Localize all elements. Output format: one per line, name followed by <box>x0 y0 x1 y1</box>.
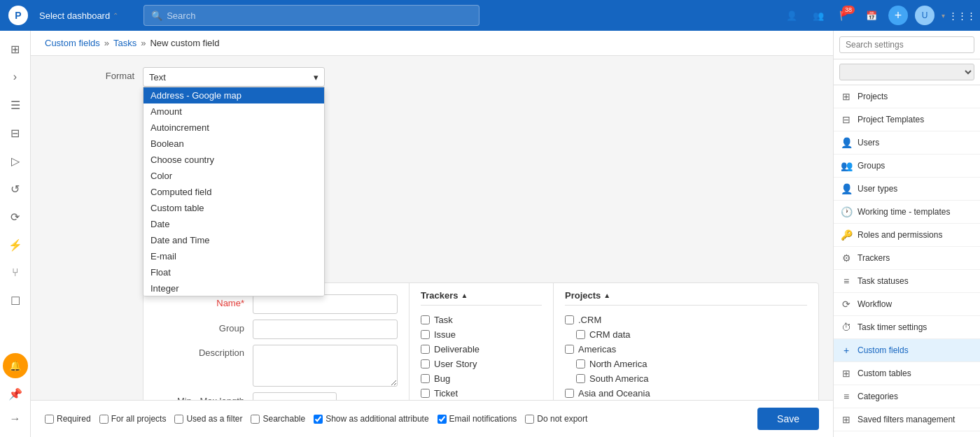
check-for-all-projects[interactable] <box>99 415 108 424</box>
content-area: Custom fields » Tasks » New custom field… <box>31 31 833 437</box>
tracker-checkbox-user-story[interactable] <box>421 359 430 368</box>
dropdown-item-address_google_map[interactable]: Address - Google map <box>144 87 324 103</box>
project-checkbox-crm-data[interactable] <box>576 330 585 339</box>
sidebar-arrow-right-icon[interactable]: → <box>3 406 28 431</box>
name-input[interactable] <box>253 294 398 314</box>
save-button[interactable]: Save <box>757 408 819 430</box>
sidebar-expand-icon[interactable]: › <box>3 64 28 89</box>
dropdown-item-choose_country[interactable]: Choose country <box>144 152 324 168</box>
sidebar-home-icon[interactable]: ⊞ <box>3 36 28 62</box>
dropdown-item-integer[interactable]: Integer <box>144 280 324 296</box>
dropdown-item-date_and_time[interactable]: Date and Time <box>144 232 324 248</box>
group-label: Group <box>155 320 253 334</box>
right-nav-groups[interactable]: 👥Groups <box>834 155 980 178</box>
project-checkbox-south-america[interactable] <box>576 374 585 383</box>
right-nav-projects[interactable]: ⊞Projects <box>834 85 980 108</box>
min-input[interactable] <box>253 392 337 400</box>
projects-header: Projects ▲ <box>565 290 807 306</box>
right-nav-task-statuses[interactable]: ≡Task statuses <box>834 270 980 293</box>
right-nav-user-types[interactable]: 👤User types <box>834 178 980 201</box>
breadcrumb-tasks[interactable]: Tasks <box>113 38 136 48</box>
bottom-check-do-not-export: Do not export <box>525 414 587 424</box>
dropdown-item-email[interactable]: E-mail <box>144 248 324 264</box>
right-sidebar: ⊞Projects⊟Project Templates👤Users👥Groups… <box>833 31 980 437</box>
check-searchable[interactable] <box>251 415 260 424</box>
right-nav-trackers[interactable]: ⚙Trackers <box>834 247 980 270</box>
grid-icon[interactable]: ⋮⋮⋮ <box>952 6 972 25</box>
right-nav-task-timer-settings[interactable]: ⏱Task timer settings <box>834 316 980 339</box>
right-nav-default-filters[interactable]: ⊽Default filters <box>834 431 980 437</box>
tracker-checkbox-deliverable[interactable] <box>421 345 430 354</box>
check-required[interactable] <box>45 415 54 424</box>
breadcrumb-custom-fields[interactable]: Custom fields <box>45 38 100 48</box>
check-do-not-export[interactable] <box>525 415 534 424</box>
project-checkbox-.crm[interactable] <box>565 315 574 324</box>
sidebar-pin-icon[interactable]: 📌 <box>3 381 28 406</box>
right-nav-workflow[interactable]: ⟳Workflow <box>834 293 980 316</box>
flag-icon[interactable]: 🚩 38 <box>835 6 855 25</box>
user-icon[interactable]: 👤 <box>782 6 802 25</box>
sidebar-branch-icon[interactable]: ⑂ <box>3 260 28 285</box>
project-checkbox-americas[interactable] <box>565 345 574 354</box>
dropdown-item-computed_field[interactable]: Computed field <box>144 184 324 200</box>
tracker-checkbox-ticket[interactable] <box>421 389 430 398</box>
dropdown-item-color[interactable]: Color <box>144 168 324 184</box>
avatar-chevron-icon: ▾ <box>941 12 945 20</box>
check-used-as-a-filter[interactable] <box>174 415 183 424</box>
sidebar-list-icon[interactable]: ☰ <box>3 92 28 117</box>
dropdown-item-autoincrement[interactable]: Autoincrement <box>144 120 324 136</box>
nav-icon: ⚙ <box>841 252 852 264</box>
app-logo[interactable]: P <box>8 6 28 25</box>
sidebar-refresh-icon[interactable]: ↺ <box>3 176 28 201</box>
dropdown-item-custom_table[interactable]: Custom table <box>144 200 324 216</box>
calendar-icon[interactable]: 📅 <box>862 6 881 25</box>
right-nav-label: Project Templates <box>858 115 924 124</box>
dashboard-selector[interactable]: Select dashboard ⌃ <box>34 8 124 24</box>
right-nav-custom-tables[interactable]: ⊞Custom tables <box>834 362 980 385</box>
avatar[interactable]: U <box>915 6 934 25</box>
sidebar-box-icon[interactable]: ☐ <box>3 288 28 313</box>
right-nav-project-templates[interactable]: ⊟Project Templates <box>834 108 980 131</box>
group-input[interactable] <box>253 320 398 339</box>
sidebar-grid-icon[interactable]: ⊟ <box>3 120 28 145</box>
tracker-checkbox-issue[interactable] <box>421 330 430 339</box>
sidebar-bolt-icon[interactable]: ⚡ <box>3 232 28 257</box>
breadcrumb-sep1: » <box>104 38 109 48</box>
people-icon[interactable]: 👥 <box>808 6 828 25</box>
format-dropdown-list: Address - Google mapAmountAutoincrementB… <box>143 87 325 296</box>
right-sidebar-jump-container <box>834 59 980 85</box>
global-search[interactable]: 🔍 <box>144 5 479 26</box>
bottom-check-required: Required <box>45 414 91 424</box>
check-email-notifications[interactable] <box>438 415 447 424</box>
right-nav-working-time---templates[interactable]: 🕐Working time - templates <box>834 201 980 224</box>
navbar: P Select dashboard ⌃ 🔍 👤 👥 🚩 38 📅 + U ▾ … <box>0 0 980 31</box>
format-chevron-icon: ▾ <box>314 72 318 83</box>
right-nav-custom-fields[interactable]: +Custom fields <box>834 339 980 362</box>
form-area: Format Text ▾ Address - Google mapAmount… <box>31 56 833 400</box>
description-textarea[interactable] <box>253 345 398 387</box>
jump-to-setting-select[interactable] <box>839 64 974 80</box>
right-nav-roles-and-permissions[interactable]: 🔑Roles and permissions <box>834 224 980 247</box>
check-show-as-additional-attribute[interactable] <box>314 415 323 424</box>
dropdown-item-amount[interactable]: Amount <box>144 103 324 120</box>
format-select[interactable]: Text ▾ <box>143 67 325 87</box>
right-nav-saved-filters-management[interactable]: ⊞Saved filters management <box>834 408 980 431</box>
breadcrumb: Custom fields » Tasks » New custom field <box>31 31 833 56</box>
dropdown-item-date[interactable]: Date <box>144 216 324 232</box>
add-button[interactable]: + <box>888 6 908 25</box>
search-input[interactable] <box>167 10 472 21</box>
dropdown-item-float[interactable]: Float <box>144 264 324 280</box>
dropdown-item-boolean[interactable]: Boolean <box>144 136 324 152</box>
project-checkbox-north-america[interactable] <box>576 359 585 368</box>
sidebar-notification-icon[interactable]: 🔔 <box>3 353 28 378</box>
settings-search-input[interactable] <box>839 36 974 53</box>
right-nav-categories[interactable]: ≡Categories <box>834 385 980 408</box>
sidebar-nav-icon[interactable]: ▷ <box>3 148 28 173</box>
project-checkbox-asia-and-oceania[interactable] <box>565 389 574 398</box>
tracker-checkbox-bug[interactable] <box>421 374 430 383</box>
sidebar-refresh2-icon[interactable]: ⟳ <box>3 204 28 229</box>
tracker-checkbox-task[interactable] <box>421 315 430 324</box>
right-nav-label: Custom tables <box>858 368 911 378</box>
right-nav-label: Workflow <box>858 299 892 309</box>
right-nav-users[interactable]: 👤Users <box>834 131 980 155</box>
